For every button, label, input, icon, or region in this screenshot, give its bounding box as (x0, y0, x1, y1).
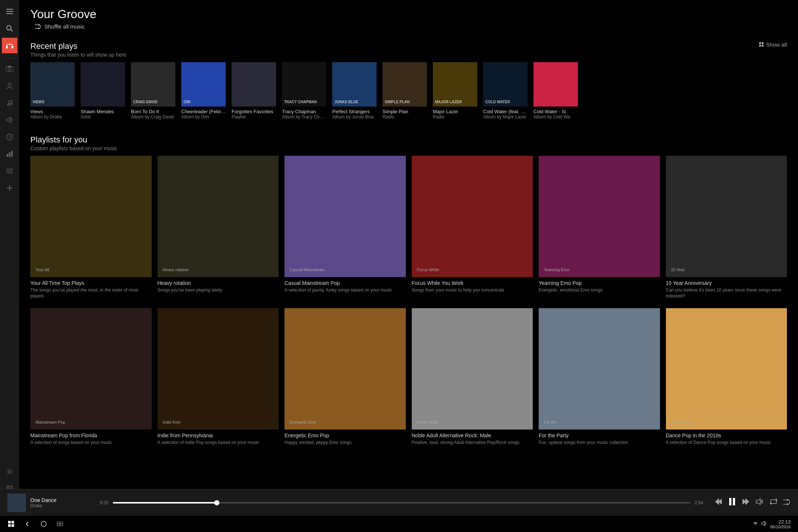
sidebar-camera-icon[interactable] (2, 61, 17, 77)
sidebar-settings-icon[interactable] (2, 464, 17, 479)
svg-point-51 (41, 521, 46, 526)
repeat-button[interactable] (770, 498, 777, 507)
svg-rect-9 (8, 66, 11, 67)
skip-forward-button[interactable] (742, 498, 750, 507)
shuffle-all-button[interactable]: Shuffle all music (30, 21, 96, 32)
playlist-card[interactable]: Indie fromIndie from PennsylvaniaA selec… (158, 308, 279, 445)
recent-plays-subtitle: Things that you listen to will show up h… (30, 52, 126, 58)
sidebar-person-icon[interactable] (2, 78, 17, 94)
skip-back-button[interactable] (714, 498, 723, 507)
recent-plays-section: Recent plays Things that you listen to w… (19, 36, 798, 125)
svg-rect-17 (11, 151, 13, 157)
playlist-card-title: Noble Adult Alternative Rock: Male (412, 432, 533, 438)
recent-item[interactable]: MAJOR LAZERMajor LazerRadio (433, 62, 477, 119)
recent-plays-title: Recent plays (30, 41, 126, 51)
windows-taskbar: 22:13 06/10/2016 (0, 516, 798, 532)
recent-item-subtitle: Playlist (232, 114, 276, 119)
playlist-card[interactable]: For theFor the PartyFun, upbeat songs fr… (539, 308, 660, 445)
recent-item[interactable]: COLD WATERCold Water (feat. Justin Biebe… (483, 62, 528, 119)
sidebar-music-icon[interactable] (2, 95, 17, 111)
sidebar-add-icon[interactable] (2, 180, 17, 196)
player-track-details: One Dance Drake (30, 497, 89, 508)
svg-marker-55 (762, 521, 765, 526)
volume-button[interactable] (756, 498, 764, 507)
sidebar-menu-icon[interactable] (2, 4, 17, 19)
start-button[interactable] (3, 516, 19, 532)
sidebar (0, 0, 19, 532)
progress-bar[interactable] (113, 502, 690, 504)
recent-item[interactable]: Shawn MendesArtist (81, 62, 125, 119)
recent-item[interactable]: Cold Water - SiAlbum by Cold Wa (533, 62, 578, 119)
show-all-button[interactable]: Show all (759, 41, 787, 48)
svg-rect-35 (762, 45, 764, 47)
recent-item[interactable]: Forgotten FavoritesPlaylist (232, 62, 276, 119)
header: Your Groove Shuffle all music (19, 0, 798, 36)
recent-plays-list: VIEWSViewsAlbum by DrakeShawn MendesArti… (30, 62, 787, 119)
playlists-subtitle: Custom playlists based on your music (30, 145, 117, 151)
playlists-title: Playlists for you (30, 135, 117, 145)
player-bar: One Dance Drake 0:32 2:54 (0, 489, 798, 516)
sidebar-volume-icon[interactable] (2, 112, 17, 128)
playlist-card[interactable]: Your AllYour All Time Top PlaysThe songs… (30, 156, 152, 299)
shuffle-button[interactable] (783, 498, 791, 507)
recent-item-title: Born To Do It (131, 109, 175, 114)
recent-item-subtitle: Radio (433, 114, 477, 119)
taskbar-windows-button[interactable] (52, 516, 68, 532)
sidebar-list-icon[interactable] (2, 163, 17, 179)
volume-tray-icon[interactable] (761, 521, 767, 527)
recent-item-title: Major Lazer (433, 109, 477, 114)
player-thumb (7, 494, 26, 512)
svg-line-4 (10, 29, 13, 31)
playlist-card[interactable]: Mainstream PopMainstream Pop from Florid… (30, 308, 152, 445)
playlist-card[interactable]: Focus WhileFocus While You WorkSongs fro… (412, 156, 533, 299)
page-title: Your Groove (30, 7, 96, 21)
recent-item-title: Perfect Strangers (332, 109, 377, 114)
playlist-card-title: Casual Mainstream Pop (284, 280, 406, 286)
playlist-card-desc: Positive, loud, strong Adult Alternative… (412, 440, 533, 446)
sidebar-search-icon[interactable] (2, 21, 17, 36)
playlist-card[interactable]: Heavy rotationHeavy rotationSongs you've… (158, 156, 279, 299)
playlist-card[interactable]: Energetic EmoEnergetic Emo PopHappy, exc… (284, 308, 406, 445)
playlist-card[interactable]: Noble AdultNoble Adult Alternative Rock:… (412, 308, 533, 445)
recent-item-title: Forgotten Favorites (232, 109, 276, 114)
playlist-card[interactable]: 10 Year10 Year AnniversaryCan you believ… (666, 156, 787, 299)
taskbar-back-button[interactable] (19, 516, 36, 532)
playlist-card[interactable]: Casual MainstreamCasual Mainstream PopA … (284, 156, 406, 299)
playlist-card-desc: Songs you've been playing lately (158, 287, 279, 293)
playlist-card[interactable]: Yearning EmoYearning Emo PopEnergetic, e… (539, 156, 660, 299)
player-track-info: One Dance Drake (7, 494, 89, 512)
playlist-card-desc: The songs you've played the most, in the… (30, 287, 152, 300)
recent-item[interactable]: TRACY CHAPMANTracy ChapmanAlbum by Tracy… (282, 62, 326, 119)
svg-point-23 (9, 471, 11, 473)
svg-rect-48 (11, 521, 14, 523)
playlist-card-title: Energetic Emo Pop (284, 432, 406, 438)
network-icon[interactable] (752, 521, 758, 527)
playlist-card-desc: A selection of Dance-Pop songs based on … (666, 440, 787, 446)
sidebar-chart-icon[interactable] (2, 146, 17, 162)
svg-rect-32 (759, 42, 761, 44)
recent-item[interactable]: OMICheerleader (Felix Jaehn Remix Radio … (181, 62, 226, 119)
sidebar-history-icon[interactable] (2, 129, 17, 145)
svg-rect-34 (759, 45, 761, 47)
recent-item-subtitle: Album by Drake (30, 114, 75, 119)
player-progress-area: 0:32 2:54 (89, 500, 714, 505)
playlist-card-title: Your All Time Top Plays (30, 280, 152, 286)
playlist-card-desc: A selection of songs based on your music (30, 440, 152, 446)
recent-item[interactable]: CRAIG DAVIDBorn To Do ItAlbum by Craig D… (131, 62, 175, 119)
svg-rect-0 (6, 9, 13, 10)
pause-button[interactable] (728, 498, 736, 508)
playlist-card-title: For the Party (539, 432, 660, 438)
taskbar-circle-button[interactable] (36, 516, 52, 532)
recent-item-subtitle: Album by Major Lazer (483, 114, 528, 119)
playlist-card[interactable]: Dance PopDance Pop in the 2010sA selecti… (666, 308, 787, 445)
recent-item[interactable]: VIEWSViewsAlbum by Drake (30, 62, 75, 119)
recent-item-subtitle: Radio (383, 114, 427, 119)
recent-item[interactable]: JONAS BLUEPerfect StrangersAlbum by Jona… (332, 62, 377, 119)
player-total: 2:54 (695, 500, 703, 505)
recent-item-title: Cold Water - Si (533, 109, 578, 114)
svg-rect-40 (733, 498, 735, 505)
player-track-name: One Dance (30, 497, 89, 503)
recent-item[interactable]: SIMPLE PLANSimple PlanRadio (383, 62, 427, 119)
sidebar-headphones-icon[interactable] (2, 38, 17, 53)
recent-item-subtitle: Album by Omi (181, 114, 226, 119)
